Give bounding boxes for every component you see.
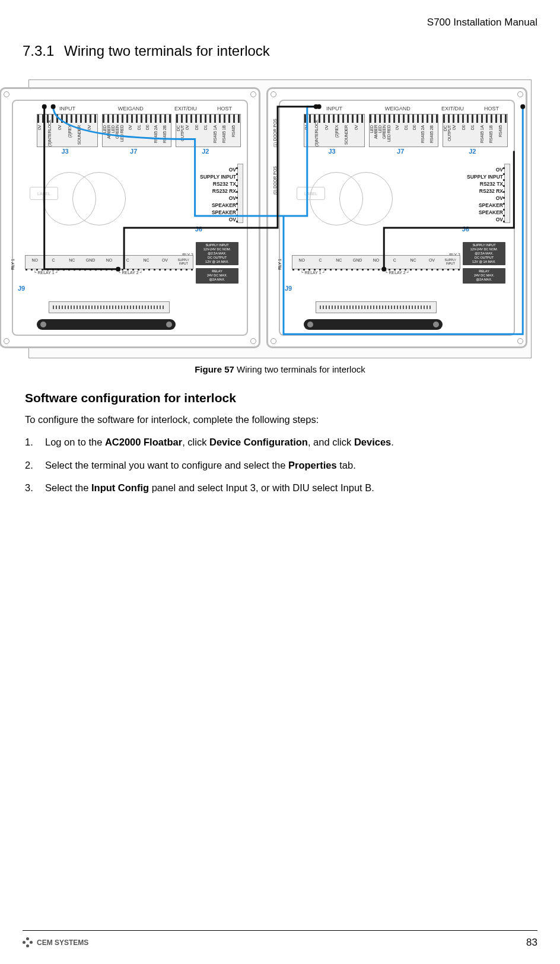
- brand-text: CEM SYSTEMS: [37, 938, 88, 947]
- brand-logo: CEM SYSTEMS: [23, 937, 88, 948]
- j9-label: J9: [18, 285, 25, 292]
- steps-list: 1. Log on to the AC2000 Floatbar, click …: [25, 435, 537, 494]
- supply-info-box: SUPPLY INPUT12V-24V DC NOM.@2.5A MAX.DC …: [196, 242, 238, 265]
- j6-label: J6: [195, 225, 202, 233]
- relay-info-box: RELAY24V DC MAX.@2A MAX.: [196, 268, 238, 284]
- page-footer: CEM SYSTEMS 83: [23, 930, 537, 949]
- j3-label: J3: [61, 148, 68, 155]
- section-number: 7.3.1: [23, 43, 54, 59]
- terminal-board-left: INPUT WEIGAND EXIT/DIU HOST 0V(3)INTERLO…: [0, 87, 260, 348]
- step-3: 3. Select the Input Config panel and sel…: [25, 481, 537, 494]
- subsection-heading: Software configuration for interlock: [25, 391, 537, 405]
- j2-label: J2: [202, 148, 209, 155]
- intro-paragraph: To configure the software for interlock,…: [25, 413, 537, 426]
- label-weigand: WEIGAND: [98, 106, 163, 114]
- step-2: 2. Select the terminal you want to confi…: [25, 459, 537, 472]
- door-pos-1: (1) DOOR POS: [273, 119, 277, 147]
- terminal-board-right: (1) DOOR POS (0) DOOR POS INPUT WEIGAND …: [266, 87, 527, 348]
- step-1: 1. Log on to the AC2000 Floatbar, click …: [25, 435, 537, 448]
- logo-icon: [23, 937, 33, 948]
- label-input: INPUT: [37, 106, 98, 114]
- label-host: HOST: [208, 106, 241, 114]
- section-heading: 7.3.1 Wiring two terminals for interlock: [23, 43, 537, 59]
- j7-label: J7: [130, 148, 137, 155]
- wiring-diagram: INPUT WEIGAND EXIT/DIU HOST 0V(3)INTERLO…: [28, 79, 532, 358]
- page-number: 83: [526, 937, 537, 949]
- label-exitdiu: EXIT/DIU: [163, 106, 208, 114]
- doc-header-title: S700 Installation Manual: [427, 17, 537, 28]
- section-title: Wiring two terminals for interlock: [64, 43, 270, 59]
- figure-caption: Figure 57 Wiring two terminals for inter…: [23, 364, 537, 374]
- door-pos-0: (0) DOOR POS: [273, 166, 277, 195]
- j6-pin-labels: OVSUPPLY INPUTRS232 TXRS232 RX OVSPEAKER…: [200, 166, 236, 223]
- rly1-text: RLY 1: [11, 259, 15, 270]
- label-placeholder: LABEL: [30, 187, 58, 200]
